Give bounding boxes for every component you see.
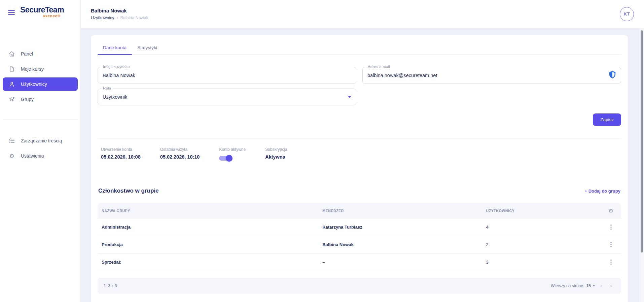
table-row[interactable]: Produkcja Balbina Nowak 2 xyxy=(98,236,621,254)
group-name: Produkcja xyxy=(102,242,322,247)
sidebar-item-grupy[interactable]: Grupy xyxy=(3,93,78,106)
layers-icon xyxy=(8,96,15,103)
sidebar: SecureTeam axence® Panel Moje kursy xyxy=(0,0,81,302)
home-icon xyxy=(8,50,15,58)
breadcrumb-link-users[interactable]: Użytkownicy xyxy=(91,15,114,20)
page-title: Balbina Nowak xyxy=(91,8,148,13)
chevron-down-icon xyxy=(593,285,595,287)
user-avatar[interactable]: KT xyxy=(620,7,634,21)
meta-account-active: Konto aktywne xyxy=(219,147,246,161)
tab-bar: Dane konta Statystyki xyxy=(98,35,621,55)
gear-icon: ⚙ xyxy=(8,152,15,160)
divider xyxy=(98,138,621,138)
account-active-toggle[interactable] xyxy=(219,156,231,161)
email-field-label: Adres e-mail xyxy=(366,65,392,69)
brand-name: SecureTeam xyxy=(20,5,61,14)
kebab-icon xyxy=(610,262,612,263)
table-row[interactable]: Sprzedaż – 3 xyxy=(98,254,621,271)
rows-per-page-label: Wierszy na stronę: xyxy=(551,283,584,288)
breadcrumb-current: Balbina Nowak xyxy=(120,15,148,20)
role-selected-value: Użytkownik xyxy=(103,94,345,100)
add-to-group-button[interactable]: + Dodaj do grupy xyxy=(584,189,620,194)
scrollbar[interactable] xyxy=(639,28,644,302)
table-header: NAZWA GRUPY MENEDŻER UŻYTKOWNICY ⚙ xyxy=(98,203,621,219)
next-page-button[interactable]: › xyxy=(607,283,615,289)
column-header-name: NAZWA GRUPY xyxy=(102,209,322,213)
row-menu-button[interactable] xyxy=(601,236,621,253)
main-content: Dane konta Statystyki Imię i nazwisko Ad… xyxy=(81,28,644,302)
kebab-icon xyxy=(610,227,612,228)
sidebar-item-label: Ustawienia xyxy=(21,153,44,159)
topbar: Balbina Nowak Użytkownicy › Balbina Nowa… xyxy=(81,0,644,28)
tab-statystyki[interactable]: Statystyki xyxy=(132,45,163,55)
file-icon xyxy=(8,65,15,73)
column-header-manager: MENEDŻER xyxy=(322,209,486,213)
meta-subscription: Subskrypcja Aktywna xyxy=(265,147,287,161)
sidebar-item-moje-kursy[interactable]: Moje kursy xyxy=(3,62,78,76)
group-manager: Katarzyna Turbiasz xyxy=(322,225,486,230)
row-menu-button[interactable] xyxy=(601,219,621,236)
sidebar-divider xyxy=(3,120,78,120)
gear-icon: ⚙ xyxy=(608,208,614,214)
previous-page-button[interactable]: ‹ xyxy=(597,283,605,289)
chevron-down-icon[interactable] xyxy=(348,96,351,98)
name-field[interactable]: Imię i nazwisko xyxy=(98,67,356,84)
groups-table: NAZWA GRUPY MENEDŻER UŻYTKOWNICY ⚙ Admin… xyxy=(98,203,621,294)
group-name: Sprzedaż xyxy=(102,260,322,265)
name-field-label: Imię i nazwisko xyxy=(101,65,131,69)
sidebar-item-zarzadzanie-trescia[interactable]: Zarządzanie treścią xyxy=(3,134,78,147)
scrollbar-thumb[interactable] xyxy=(641,30,643,253)
subscription-value: Aktywna xyxy=(265,154,287,160)
group-manager: – xyxy=(322,260,486,265)
table-row[interactable]: Administracja Katarzyna Turbiasz 4 xyxy=(98,219,621,236)
pagination-range: 1–3 z 3 xyxy=(104,283,117,288)
sidebar-item-label: Użytkownicy xyxy=(21,81,47,87)
meta-created: Utworzenie konta 05.02.2026, 10:08 xyxy=(101,147,141,161)
group-users-count: 2 xyxy=(486,242,601,247)
sidebar-item-label: Zarządzanie treścią xyxy=(21,138,62,143)
account-meta: Utworzenie konta 05.02.2026, 10:08 Ostat… xyxy=(98,147,621,161)
hamburger-menu-icon[interactable] xyxy=(8,10,15,15)
table-pagination: 1–3 z 3 Wierszy na stronę: 15 ‹ › xyxy=(98,278,621,294)
group-users-count: 3 xyxy=(486,260,601,265)
user-detail-card: Dane konta Statystyki Imię i nazwisko Ad… xyxy=(91,35,628,302)
email-input[interactable] xyxy=(367,73,605,78)
email-field[interactable]: Adres e-mail xyxy=(362,67,621,84)
sidebar-item-uzytkownicy[interactable]: Użytkownicy xyxy=(3,77,78,91)
table-settings-button[interactable]: ⚙ xyxy=(601,208,621,214)
sidebar-item-panel[interactable]: Panel xyxy=(3,47,78,61)
column-header-users: UŻYTKOWNICY xyxy=(486,209,601,213)
groups-section-title: Członkostwo w grupie xyxy=(98,188,158,194)
tab-dane-konta[interactable]: Dane konta xyxy=(98,45,132,55)
group-users-count: 4 xyxy=(486,225,601,230)
brand-logo[interactable]: SecureTeam axence® xyxy=(20,5,61,18)
user-icon xyxy=(8,80,15,88)
sidebar-item-label: Moje kursy xyxy=(21,66,44,72)
save-button[interactable]: Zapisz xyxy=(593,113,621,126)
meta-last-visit: Ostatnia wizyta 05.02.2026, 10:10 xyxy=(160,147,200,161)
kebab-icon xyxy=(610,244,612,245)
group-name: Administracja xyxy=(102,225,322,230)
sidebar-item-label: Grupy xyxy=(21,97,34,102)
shield-icon xyxy=(609,70,616,80)
row-menu-button[interactable] xyxy=(601,254,621,271)
breadcrumb: Użytkownicy › Balbina Nowak xyxy=(91,15,148,20)
rows-per-page-select[interactable]: 15 xyxy=(586,283,595,288)
role-field[interactable]: Rola Użytkownik xyxy=(98,89,356,105)
created-value: 05.02.2026, 10:08 xyxy=(101,154,141,160)
group-manager: Balbina Nowak xyxy=(322,242,486,247)
sidebar-item-label: Panel xyxy=(21,51,33,57)
checklist-icon xyxy=(8,137,15,144)
last-visit-value: 05.02.2026, 10:10 xyxy=(160,154,200,160)
breadcrumb-separator: › xyxy=(116,15,118,20)
role-field-label: Rola xyxy=(101,86,113,90)
sidebar-item-ustawienia[interactable]: ⚙ Ustawienia xyxy=(3,149,78,163)
name-input[interactable] xyxy=(103,73,351,78)
